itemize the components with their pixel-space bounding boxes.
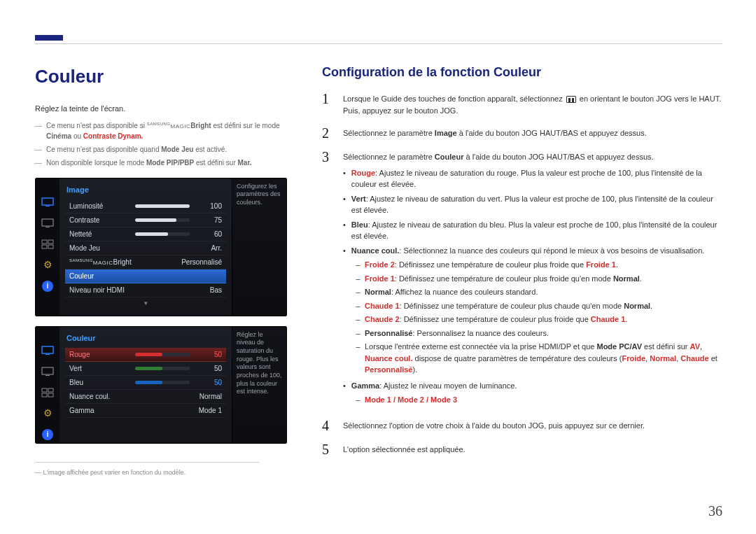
osd-row-nettete: Netteté 60 [65,227,226,241]
osd-help-text: Réglez le niveau de saturation du rouge.… [232,327,286,444]
sub-normal: Normal: Affichez la nuance des couleurs … [356,286,722,298]
osd-row-couleur-selected: Couleur [65,269,226,283]
step-3: Sélectionnez le paramètre Couleur à l'ai… [322,150,722,409]
sub-chaude2: Chaude 2: Définissez une température de … [356,314,722,325]
grid-icon [41,239,55,250]
bullet-bleu: Bleu: Ajustez le niveau de saturation du… [343,219,722,242]
osd-header: Image [66,184,226,196]
svg-rect-4 [42,240,47,244]
sub-personnalise: Personnalisé: Personnalisez la nuance de… [356,328,722,339]
monitor-outline-icon [41,218,55,229]
osd-row-rouge-selected: Rouge 50 [65,348,226,362]
bullet-gamma: Gamma: Ajustez le niveau moyen de lumina… [343,380,722,392]
gear-icon: ⚙ [41,260,55,271]
note-line-1: Ce menu n'est pas disponible si SAMSUNGM… [35,120,294,141]
osd-help-text: Configurez les paramètres des couleurs. [232,178,286,316]
info-icon: i [42,281,53,292]
gear-icon: ⚙ [41,408,55,419]
monitor-icon [41,345,55,356]
page-number: 36 [708,500,722,521]
svg-rect-1 [46,206,50,206]
header-accent [35,35,63,41]
svg-rect-14 [42,393,47,397]
note-line-2: Ce menu n'est pas disponible quand Mode … [35,144,294,155]
svg-rect-10 [42,367,53,374]
step-4: Sélectionnez l'option de votre choix à l… [322,419,722,433]
osd-row-modejeu: Mode Jeu Arr. [65,241,226,255]
svg-rect-2 [42,219,53,226]
steps-list: Lorsque le Guide des touches de fonction… [322,92,722,456]
svg-rect-15 [48,393,53,397]
osd-row-hdmi: Niveau noir HDMI Bas [65,283,226,297]
sub-gamma-modes: Mode 1 / Mode 2 / Mode 3 [356,394,722,406]
sub-froide1: Froide 1: Définissez une température de … [356,273,722,285]
osd-panel-couleur: ⚙ i Couleur Rouge 50 Vert 50 [35,326,287,444]
osd-row-luminosite: Luminosité 100 [65,199,226,213]
svg-rect-11 [46,375,50,376]
footnote: ― L'image affichée peut varier en foncti… [35,468,294,478]
header-rule [35,43,722,44]
grid-icon [41,387,55,398]
svg-rect-8 [42,346,53,353]
osd-sidebar: ⚙ i [36,327,59,444]
down-arrow-icon: ▾ [65,299,226,309]
monitor-icon [41,197,55,208]
info-icon: i [42,429,53,440]
right-column: Configuration de la fonction Couleur Lor… [322,63,722,506]
svg-rect-6 [42,245,47,248]
step-1: Lorsque le Guide des touches de fonction… [322,92,722,116]
osd-row-vert: Vert 50 [65,362,226,376]
svg-rect-13 [48,388,53,392]
step-5: L'option sélectionnée est appliquée. [322,442,722,456]
note-line-3: Non disponible lorsque le mode Mode PIP/… [35,157,294,168]
sub-chaude1: Chaude 1: Définissez une température de … [356,300,722,312]
step-2: Sélectionnez le paramètre Image à l'aide… [322,126,722,140]
svg-rect-3 [46,227,50,227]
osd-sidebar: ⚙ i [36,178,59,316]
bullet-rouge: Rouge: Ajustez le niveau de saturation d… [343,167,722,190]
section-title: Couleur [35,63,294,90]
osd-row-contraste: Contraste 75 [65,213,226,227]
config-title: Configuration de la fonction Couleur [322,63,722,82]
osd-menu-icon [566,96,576,103]
footnote-rule [35,462,259,463]
svg-rect-0 [42,198,53,205]
osd-row-bleu: Bleu 50 [65,376,226,390]
svg-rect-5 [48,240,53,244]
bullet-vert: Vert: Ajustez le niveau de saturation du… [343,193,722,216]
sub-external-note: Lorsque l'entrée externe est connectée v… [356,341,722,376]
osd-row-gamma: Gamma Mode 1 [65,404,226,418]
osd-row-nuance: Nuance coul. Normal [65,390,226,404]
osd-panel-image: ⚙ i Image Luminosité 100 Contraste 75 [35,178,287,316]
svg-rect-12 [42,388,47,392]
section-description: Réglez la teinte de l'écran. [35,103,294,115]
left-column: Couleur Réglez la teinte de l'écran. Ce … [35,63,294,506]
osd-row-magicbright: SAMSUNGMAGICBright Personnalisé [65,255,226,269]
svg-rect-9 [46,354,50,355]
sub-froide2: Froide 2: Définissez une température de … [356,259,722,271]
osd-header: Couleur [66,332,226,344]
monitor-outline-icon [41,366,55,377]
svg-rect-7 [48,245,53,248]
bullet-nuance: Nuance coul.: Sélectionnez la nuance des… [343,245,722,257]
